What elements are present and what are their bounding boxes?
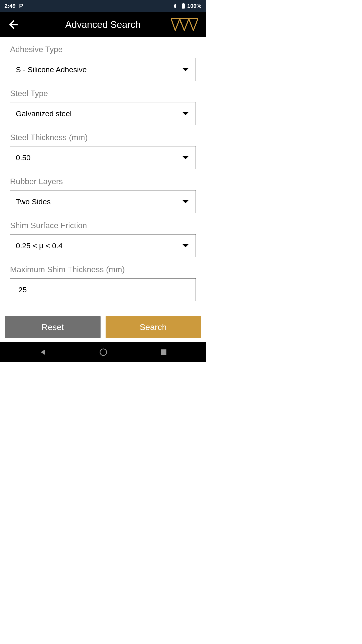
- chevron-down-icon: [183, 156, 189, 159]
- adhesive-type-select[interactable]: S - Silicone Adhesive: [10, 58, 196, 81]
- shim-surface-friction-group: Shim Surface Friction 0.25 < μ < 0.4: [10, 221, 196, 257]
- shim-surface-friction-select[interactable]: 0.25 < μ < 0.4: [10, 234, 196, 257]
- chevron-down-icon: [183, 112, 189, 115]
- status-bar: 2:49 P 100%: [0, 0, 206, 12]
- status-left: 2:49 P: [5, 3, 23, 10]
- steel-thickness-label: Steel Thickness (mm): [10, 133, 196, 142]
- max-shim-thickness-label: Maximum Shim Thickness (mm): [10, 265, 196, 274]
- chevron-down-icon: [183, 200, 189, 203]
- max-shim-thickness-input[interactable]: [10, 278, 196, 301]
- chevron-down-icon: [183, 244, 189, 247]
- search-button[interactable]: Search: [106, 316, 201, 338]
- page-title: Advanced Search: [65, 19, 141, 30]
- adhesive-type-value: S - Silicone Adhesive: [16, 65, 87, 74]
- battery-icon: [182, 4, 185, 9]
- rubber-layers-label: Rubber Layers: [10, 177, 196, 186]
- button-row: Reset Search: [0, 316, 206, 342]
- back-button[interactable]: [8, 19, 20, 31]
- shim-surface-friction-value: 0.25 < μ < 0.4: [16, 242, 63, 250]
- form-container: Adhesive Type S - Silicone Adhesive Stee…: [0, 37, 206, 316]
- brand-logo: T: [171, 18, 198, 31]
- app-bar: Advanced Search T: [0, 12, 206, 37]
- battery-percent: 100%: [187, 3, 201, 9]
- nav-back-button[interactable]: [39, 349, 46, 356]
- svg-text:T: T: [179, 20, 182, 24]
- rubber-layers-group: Rubber Layers Two Sides: [10, 177, 196, 213]
- rubber-layers-value: Two Sides: [16, 197, 51, 206]
- rubber-layers-select[interactable]: Two Sides: [10, 190, 196, 213]
- status-right: 100%: [174, 3, 201, 9]
- steel-thickness-value: 0.50: [16, 153, 30, 162]
- pandora-icon: P: [19, 3, 23, 10]
- svg-point-1: [100, 349, 107, 355]
- nav-recent-button[interactable]: [160, 349, 167, 355]
- status-time: 2:49: [5, 3, 16, 9]
- max-shim-thickness-group: Maximum Shim Thickness (mm): [10, 265, 196, 301]
- adhesive-type-group: Adhesive Type S - Silicone Adhesive: [10, 45, 196, 81]
- navigation-bar: [0, 342, 206, 362]
- chevron-down-icon: [183, 68, 189, 71]
- steel-thickness-select[interactable]: 0.50: [10, 146, 196, 169]
- steel-type-group: Steel Type Galvanized steel: [10, 89, 196, 125]
- vibrate-icon: [174, 4, 179, 8]
- shim-surface-friction-label: Shim Surface Friction: [10, 221, 196, 230]
- steel-type-value: Galvanized steel: [16, 109, 72, 118]
- steel-type-select[interactable]: Galvanized steel: [10, 102, 196, 125]
- steel-type-label: Steel Type: [10, 89, 196, 98]
- reset-button[interactable]: Reset: [5, 316, 101, 338]
- back-arrow-icon: [8, 19, 20, 31]
- steel-thickness-group: Steel Thickness (mm) 0.50: [10, 133, 196, 169]
- nav-home-button[interactable]: [99, 348, 107, 356]
- adhesive-type-label: Adhesive Type: [10, 45, 196, 54]
- svg-rect-2: [161, 349, 166, 355]
